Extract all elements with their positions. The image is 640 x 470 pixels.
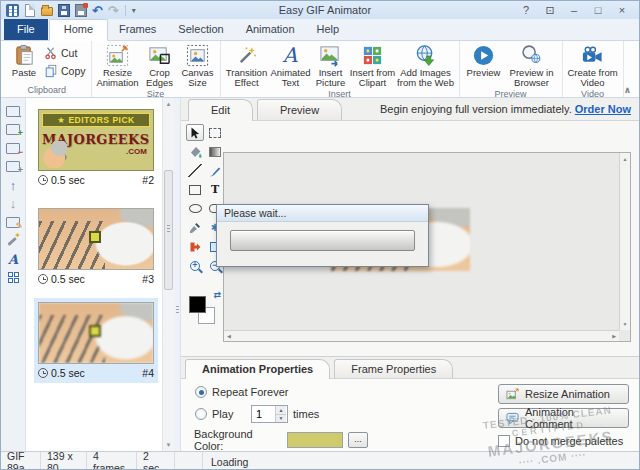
frame-item-2[interactable]: ★EDITORS PICK MAJORGEEKS .COM 0.5 sec #2: [34, 105, 158, 190]
ribbon-collapse-icon[interactable]: ∧: [624, 85, 631, 95]
create-from-video-button[interactable]: Create from Video: [566, 42, 620, 89]
canvas-vscrollbar[interactable]: ▲ ▼: [619, 153, 630, 330]
spin-down-icon[interactable]: ▼: [276, 415, 286, 423]
scroll-up-icon[interactable]: ▲: [163, 101, 174, 107]
preview-icon: [472, 44, 495, 67]
background-color-browse-button[interactable]: ...: [348, 432, 368, 448]
do-not-merge-palettes-checkbox[interactable]: [498, 435, 510, 447]
times-label: times: [293, 408, 319, 420]
move-frame-up-icon[interactable]: ↑: [5, 178, 22, 192]
brush-tool[interactable]: [208, 164, 222, 177]
save-icon[interactable]: [58, 4, 70, 17]
editor-panel: Edit Preview Begin enjoying full version…: [181, 98, 639, 451]
insert-picture-button[interactable]: Insert Picture: [312, 42, 350, 89]
fill-tool[interactable]: [188, 145, 202, 158]
tab-help[interactable]: Help: [306, 19, 351, 40]
spin-up-icon[interactable]: ▲: [276, 406, 286, 415]
resize-animation-button[interactable]: Resize Animation: [95, 42, 141, 89]
resize-animation-icon: [106, 44, 129, 67]
frames-scrollbar[interactable]: ▲ ▼: [162, 98, 174, 451]
tab-frames[interactable]: Frames: [108, 19, 167, 40]
preview-in-browser-button[interactable]: Preview in Browser: [505, 42, 559, 89]
minimize-button[interactable]: –: [562, 4, 586, 16]
select-tool[interactable]: [186, 124, 204, 141]
please-wait-dialog: Please wait...: [216, 204, 429, 267]
frame-thumbnail-4: [38, 302, 154, 364]
tab-home[interactable]: Home: [49, 19, 108, 41]
text-tool[interactable]: T: [208, 183, 222, 196]
help-button[interactable]: ?: [514, 4, 538, 16]
redo-icon[interactable]: ↷: [108, 4, 119, 17]
play-radio[interactable]: [195, 408, 207, 420]
close-button[interactable]: ×: [610, 4, 634, 16]
resize-animation-side-button[interactable]: Resize Animation: [498, 384, 629, 404]
edit-frame-icon[interactable]: ✎: [5, 215, 22, 229]
new-icon[interactable]: [25, 4, 35, 17]
zoom-in-tool[interactable]: +: [188, 259, 202, 272]
frame-item-3[interactable]: 0.5 sec #3: [34, 204, 158, 289]
cut-button[interactable]: Cut: [44, 46, 86, 60]
export-frame-icon[interactable]: →: [5, 104, 22, 118]
frame-item-4-selected[interactable]: 0.5 sec #4: [34, 298, 158, 383]
open-icon[interactable]: [41, 7, 53, 16]
canvas-size-button[interactable]: Canvas Size: [179, 42, 217, 89]
tab-edit[interactable]: Edit: [188, 99, 253, 121]
play-label: Play: [212, 408, 236, 420]
app-icon[interactable]: [6, 4, 19, 17]
copy-button[interactable]: Copy: [44, 64, 86, 78]
animation-comment-button[interactable]: Animation Comment: [498, 408, 629, 428]
order-now-link[interactable]: Order Now: [575, 103, 631, 115]
scroll-right-icon[interactable]: ▶: [612, 333, 616, 339]
text-tool-strip-icon[interactable]: A: [5, 252, 22, 266]
play-count-input[interactable]: [252, 406, 275, 422]
preview-button[interactable]: Preview: [463, 42, 505, 78]
create-from-video-icon: [581, 44, 604, 67]
style-button[interactable]: ⊡: [538, 4, 562, 17]
save-as-icon[interactable]: [75, 4, 87, 17]
wand-icon[interactable]: [5, 234, 22, 248]
eyedropper-tool[interactable]: [188, 221, 202, 234]
duplicate-frame-icon[interactable]: +: [5, 160, 22, 174]
paste-button[interactable]: Paste: [6, 42, 42, 78]
group-label-size: Size: [95, 89, 217, 101]
foreground-color-chip[interactable]: [189, 296, 206, 313]
animated-text-button[interactable]: A Animated Text: [270, 42, 312, 89]
tab-preview[interactable]: Preview: [257, 99, 342, 120]
scroll-up-icon[interactable]: ▲: [623, 156, 628, 162]
manage-frames-grid-icon[interactable]: [5, 271, 22, 285]
tab-frame-properties[interactable]: Frame Properties: [334, 359, 453, 378]
delete-frame-icon[interactable]: −: [5, 141, 22, 155]
repeat-forever-radio[interactable]: [195, 386, 207, 398]
insert-object-tool[interactable]: [188, 240, 202, 253]
ellipse-tool[interactable]: [188, 202, 202, 215]
background-color-swatch[interactable]: [287, 432, 343, 448]
maximize-button[interactable]: □: [586, 4, 610, 16]
move-frame-down-icon[interactable]: ↓: [5, 197, 22, 211]
canvas-hscrollbar[interactable]: ◀ ▶: [224, 330, 619, 341]
tab-selection[interactable]: Selection: [167, 19, 234, 40]
tab-file[interactable]: File: [4, 19, 48, 40]
dialog-title: Please wait...: [217, 205, 428, 222]
scroll-left-icon[interactable]: ◀: [227, 333, 231, 339]
add-frame-icon[interactable]: +: [5, 123, 22, 137]
gradient-tool[interactable]: [208, 145, 222, 158]
scroll-down-icon[interactable]: ▼: [623, 321, 628, 327]
scroll-down-icon[interactable]: ▼: [163, 442, 174, 448]
tab-animation[interactable]: Animation: [235, 19, 306, 40]
line-tool[interactable]: [188, 164, 202, 177]
qat-more-icon[interactable]: ▾: [132, 6, 136, 15]
undo-icon[interactable]: ↶: [92, 4, 103, 17]
transition-effect-button[interactable]: Transition Effect: [224, 42, 270, 89]
svg-text:A: A: [282, 44, 298, 67]
frames-scrollbar-thumb[interactable]: [164, 170, 173, 290]
app-window: ↶ ↷ ▾ Easy GIF Animator ? ⊡ – □ × File H…: [0, 0, 640, 470]
rectangle-tool[interactable]: [188, 183, 202, 196]
panel-splitter[interactable]: [174, 98, 181, 451]
marquee-tool[interactable]: [208, 126, 222, 139]
crop-edges-button[interactable]: Crop Edges: [141, 42, 179, 89]
swap-colors-icon[interactable]: ⇄: [213, 290, 221, 300]
add-images-web-button[interactable]: Add Images from the Web: [396, 42, 456, 89]
tab-animation-properties[interactable]: Animation Properties: [185, 359, 330, 379]
insert-from-clipart-button[interactable]: Insert from Clipart: [350, 42, 396, 89]
window-controls: ? ⊡ – □ ×: [514, 4, 634, 17]
